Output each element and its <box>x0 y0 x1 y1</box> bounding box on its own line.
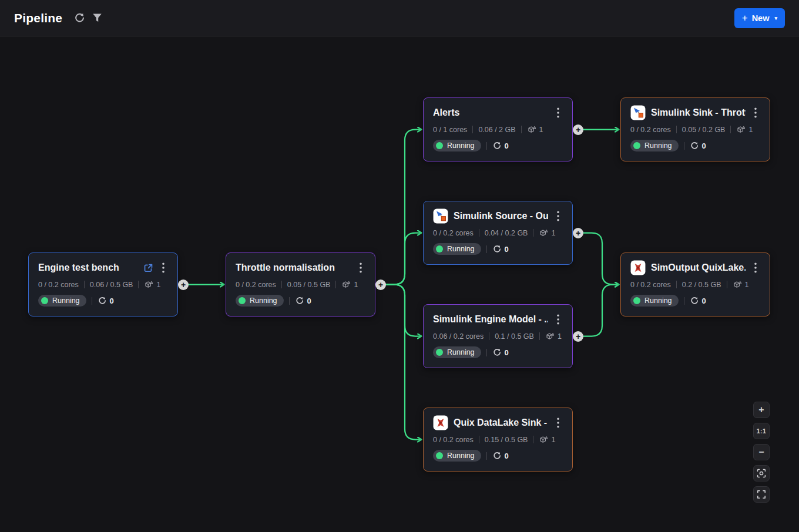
divider <box>727 281 727 288</box>
cpu-usage: 0 / 0.2 cores <box>38 281 79 289</box>
divider <box>676 126 677 133</box>
restart-count-value: 0 <box>110 297 114 305</box>
chevron-down-icon: ▾ <box>774 15 777 21</box>
topic-count: 1 <box>527 125 543 134</box>
pipeline-node-simulink-engine-model[interactable]: Simulink Engine Model - ... 0.06 / 0.2 c… <box>423 304 573 368</box>
topic-cube-icon <box>736 125 746 134</box>
kebab-menu-icon[interactable] <box>553 107 563 118</box>
divider <box>289 297 290 305</box>
plus-icon: + <box>742 13 748 23</box>
pipeline-node-simulink-sink[interactable]: Simulink Sink - Thrott... 0 / 0.2 cores … <box>620 97 770 161</box>
status-label: Running <box>644 297 672 305</box>
quix-datalake-icon <box>630 260 646 275</box>
zoom-actual-button[interactable]: 1:1 <box>753 423 770 439</box>
restart-count-value: 0 <box>505 452 509 460</box>
divider <box>84 281 85 288</box>
kebab-menu-icon[interactable] <box>553 417 563 428</box>
cpu-usage: 0 / 0.2 cores <box>433 229 474 237</box>
node-stats: 0.06 / 0.2 cores 0.1 / 0.5 GB 1 <box>433 332 563 341</box>
output-port-plus-icon[interactable]: + <box>178 280 189 290</box>
kebab-menu-icon[interactable] <box>553 314 563 325</box>
edge-throttle-normalisation-to-alerts <box>386 130 421 285</box>
pipeline-canvas[interactable]: Engine test bench 0 / 0.2 cores 0.06 / 0… <box>0 0 799 532</box>
node-header: Engine test bench <box>38 260 168 275</box>
center-view-button[interactable] <box>753 465 770 482</box>
memory-usage: 0.1 / 0.5 GB <box>495 332 534 341</box>
status-dot <box>436 452 443 459</box>
status-badge: Running <box>433 346 481 358</box>
cpu-usage: 0 / 0.2 cores <box>236 281 276 289</box>
restart-icon <box>492 141 502 150</box>
edge-simulink-engine-model-to-simoutput-quixlake <box>583 285 619 336</box>
node-title: Throttle normalisation <box>236 262 351 273</box>
node-status-row: Running 0 <box>433 346 563 358</box>
node-status-row: Running 0 <box>236 295 365 307</box>
topic-cube-icon <box>341 280 351 289</box>
kebab-menu-icon[interactable] <box>553 211 563 221</box>
zoom-in-button[interactable]: + <box>753 402 770 418</box>
edge-throttle-normalisation-to-simulink-source <box>386 233 421 285</box>
output-port-plus-icon[interactable]: + <box>573 228 583 238</box>
topic-count-value: 1 <box>551 229 555 237</box>
memory-usage: 0.06 / 0.5 GB <box>90 281 133 289</box>
restart-count: 0 <box>492 141 509 150</box>
divider <box>489 332 489 340</box>
output-port-plus-icon[interactable]: + <box>375 280 386 290</box>
output-port-plus-icon[interactable]: + <box>573 331 583 342</box>
new-button[interactable]: + New ▾ <box>734 8 785 28</box>
topic-cube-icon <box>733 280 743 289</box>
restart-icon <box>690 296 699 305</box>
restart-count: 0 <box>492 348 509 357</box>
node-header: Simulink Source - Out... <box>433 208 563 224</box>
divider <box>486 245 487 253</box>
cpu-usage: 0 / 0.2 cores <box>630 281 671 289</box>
node-title: SimOutput QuixLake... <box>651 262 746 273</box>
pipeline-node-throttle-normalisation[interactable]: Throttle normalisation 0 / 0.2 cores 0.0… <box>226 252 375 316</box>
topic-count: 1 <box>539 435 555 444</box>
restart-count: 0 <box>492 244 509 254</box>
kebab-menu-icon[interactable] <box>751 262 760 273</box>
pipeline-node-quix-datalake-sink[interactable]: Quix DataLake Sink - ... 0 / 0.2 cores 0… <box>423 408 573 472</box>
external-link-icon[interactable] <box>143 263 153 273</box>
node-status-row: Running 0 <box>630 140 760 151</box>
topic-count-value: 1 <box>558 332 562 341</box>
kebab-menu-icon[interactable] <box>159 262 168 273</box>
status-dot <box>41 297 48 304</box>
restart-count-value: 0 <box>702 142 706 150</box>
zoom-toolbar: + 1:1 − <box>753 402 770 503</box>
pipeline-node-engine-test-bench[interactable]: Engine test bench 0 / 0.2 cores 0.06 / 0… <box>28 252 178 316</box>
kebab-menu-icon[interactable] <box>356 262 365 273</box>
divider <box>486 452 487 460</box>
status-label: Running <box>447 245 475 253</box>
divider <box>486 142 487 150</box>
status-badge: Running <box>433 450 481 462</box>
divider <box>479 229 479 237</box>
kebab-menu-icon[interactable] <box>751 107 760 118</box>
memory-usage: 0.06 / 2 GB <box>478 126 515 134</box>
refresh-icon[interactable] <box>70 9 88 27</box>
pipeline-node-simulink-source[interactable]: Simulink Source - Out... 0 / 0.2 cores 0… <box>423 201 573 265</box>
divider <box>533 229 533 237</box>
topic-count: 1 <box>545 332 562 341</box>
node-header: Simulink Engine Model - ... <box>433 312 563 327</box>
status-label: Running <box>52 297 80 305</box>
page-title: Pipeline <box>14 11 62 25</box>
node-stats: 0 / 0.2 cores 0.2 / 0.5 GB 1 <box>630 280 760 289</box>
filter-icon[interactable] <box>88 9 106 27</box>
status-label: Running <box>250 297 277 305</box>
zoom-out-button[interactable]: − <box>753 444 770 460</box>
cpu-usage: 0.06 / 0.2 cores <box>433 332 484 341</box>
node-stats: 0 / 0.2 cores 0.04 / 0.2 GB 1 <box>433 228 563 237</box>
topic-count-value: 1 <box>156 281 160 289</box>
topic-cube-icon <box>539 435 549 444</box>
output-port-plus-icon[interactable]: + <box>573 124 583 135</box>
restart-icon <box>690 141 699 150</box>
node-title: Engine test bench <box>38 262 138 273</box>
pipeline-node-alerts[interactable]: Alerts 0 / 1 cores 0.06 / 2 GB <box>423 97 573 161</box>
pipeline-node-simoutput-quixlake[interactable]: SimOutput QuixLake... 0 / 0.2 cores 0.2 … <box>620 252 770 316</box>
top-bar: Pipeline + New ▾ <box>0 0 799 36</box>
divider <box>539 332 540 340</box>
divider <box>479 436 479 443</box>
topic-count: 1 <box>144 280 160 289</box>
fullscreen-button[interactable] <box>753 486 770 503</box>
